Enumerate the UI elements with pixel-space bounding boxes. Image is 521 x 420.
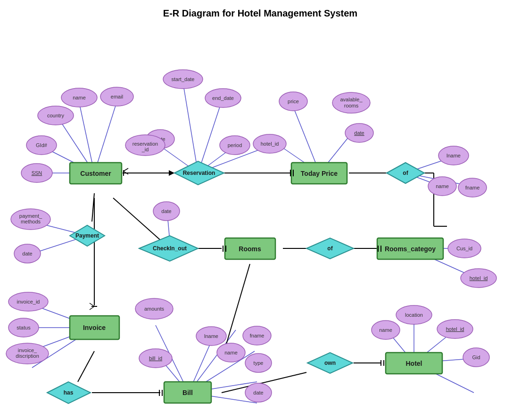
svg-line-22 xyxy=(198,101,222,173)
entity-todayprice-label: Today Price xyxy=(301,170,338,177)
attr-pay-date-label: date xyxy=(22,251,32,256)
attr-inv-status-label: status xyxy=(17,325,31,330)
attr-hotel-name-label: name xyxy=(379,327,392,333)
attr-hotel-location-label: location xyxy=(405,312,423,318)
svg-line-21 xyxy=(183,82,198,173)
attr-tp-rooms-label1: avalable_ xyxy=(340,97,363,102)
attr-pay-methods-label1: payment_ xyxy=(19,213,42,219)
rel-reservation-label: Reservation xyxy=(183,170,215,176)
attr-of-fname-label: fname xyxy=(465,185,480,190)
attr-res-startdate-label: start_date xyxy=(172,76,195,82)
attr-res-id-label2: _id xyxy=(141,147,149,152)
entity-roomscategoy-label: Rooms_categoy xyxy=(385,245,436,253)
attr-bill-lname-label: lname xyxy=(204,333,218,339)
attr-inv-id-label: invoice_id xyxy=(17,299,40,305)
rel-payment-label: Payment xyxy=(75,232,99,239)
svg-line-67 xyxy=(90,303,94,306)
rel-own-label: own xyxy=(324,360,336,366)
svg-line-34 xyxy=(78,351,94,382)
attr-tp-rooms-label2: rooms xyxy=(344,103,359,108)
attr-checkin-date-label: date xyxy=(161,208,171,214)
rel-of1-label: of xyxy=(403,170,408,176)
attr-hotel-gid-label: Gid xyxy=(472,354,480,360)
attr-bill-amounts-label: amounts xyxy=(144,306,165,312)
rel-of2-label: of xyxy=(327,245,333,252)
attr-hotel-hotelid-label: hotel_id xyxy=(446,326,464,332)
svg-line-57 xyxy=(124,168,128,171)
attr-bill-id-label: bill_id xyxy=(149,355,162,361)
attr-tp-price-label: price xyxy=(288,99,299,104)
attr-pay-methods-label2: methods xyxy=(21,219,41,224)
entity-invoice-label: Invoice xyxy=(83,324,106,331)
attr-res-hotelid-label: hotel_id xyxy=(261,141,279,147)
attr-inv-desc-label1: invoice_ xyxy=(18,347,37,353)
diagram-title: E-R Diagram for Hotel Management System xyxy=(163,8,357,18)
attr-customer-gid-label: GId# xyxy=(36,142,48,148)
attr-bill-name-label: name xyxy=(224,350,238,355)
entity-hotel-label: Hotel xyxy=(406,360,422,367)
attr-res-enddate-label: end_date xyxy=(212,95,234,101)
rel-has-label: has xyxy=(64,389,74,396)
attr-tp-date-label: date xyxy=(354,130,364,136)
entity-rooms-label: Rooms xyxy=(239,245,261,253)
attr-customer-name-label: name xyxy=(73,95,86,100)
attr-bill-type-label: type xyxy=(254,360,264,366)
svg-line-68 xyxy=(90,306,94,310)
attr-of-lname-label: lname xyxy=(447,153,461,158)
rel-checkinout-label: CheckIn_out xyxy=(153,245,187,252)
attr-bill-fname-label: fname xyxy=(250,333,265,338)
entity-bill-label: Bill xyxy=(182,389,193,396)
attr-customer-ssn-label: SSN xyxy=(32,170,42,176)
attr-bill-date-label: date xyxy=(253,390,263,395)
entity-customer-label: Customer xyxy=(80,170,111,177)
attr-customer-country-label: country xyxy=(47,113,65,118)
attr-rc-hotelid-label: hotel_id xyxy=(470,275,488,281)
attr-of-name-label: name xyxy=(436,183,449,189)
attr-res-id-label: reservation xyxy=(132,141,158,147)
attr-customer-email-label: email xyxy=(111,94,123,99)
attr-inv-desc-label2: discription xyxy=(16,353,39,359)
attr-rc-cusid-label: Cus_id xyxy=(456,246,472,251)
attr-res-period-label: period xyxy=(228,142,242,148)
